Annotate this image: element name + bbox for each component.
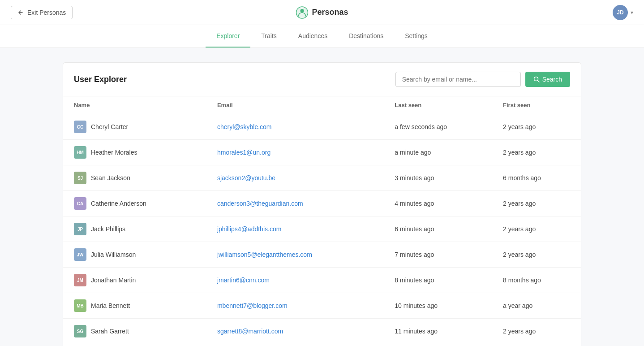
table-row[interactable]: MB Maria Bennett mbennett7@blogger.com 1… [63, 293, 581, 319]
tab-explorer[interactable]: Explorer [206, 25, 250, 48]
cell-first-seen: 2 years ago [496, 191, 581, 216]
table-row[interactable]: CB Carl Barnes cbarnes9@pagesperso-orang… [63, 344, 581, 346]
user-name: Jack Phillips [91, 225, 125, 233]
page-title: User Explorer [74, 75, 127, 84]
cell-last-seen: 13 minutes ago [387, 344, 496, 346]
tab-audiences[interactable]: Audiences [288, 25, 338, 48]
col-first-seen: First seen [496, 96, 581, 114]
cell-first-seen: 2 years ago [496, 114, 581, 140]
users-table: Name Email Last seen First seen CC Chery… [63, 96, 581, 346]
user-name: Maria Bennett [91, 302, 130, 309]
cell-email: canderson3@theguardian.com [210, 191, 387, 216]
personas-logo-icon [296, 6, 308, 19]
avatar: CC [74, 121, 86, 133]
user-menu[interactable]: JD ▾ [613, 5, 633, 20]
email-link[interactable]: hmorales1@un.org [217, 149, 270, 156]
exit-button[interactable]: Exit Personas [11, 6, 73, 19]
cell-name: CB Carl Barnes [63, 344, 210, 346]
table-body: CC Cheryl Carter cheryl@skyble.com a few… [63, 114, 581, 346]
cell-email: jphillips4@addthis.com [210, 216, 387, 242]
email-link[interactable]: jphillips4@addthis.com [217, 225, 281, 233]
cell-email: mbennett7@blogger.com [210, 293, 387, 319]
table-row[interactable]: SJ Sean Jackson sjackson2@youtu.be 3 min… [63, 165, 581, 191]
avatar: SG [74, 325, 86, 337]
table-row[interactable]: JM Jonathan Martin jmartin6@cnn.com 8 mi… [63, 268, 581, 293]
cell-first-seen: 2 years ago [496, 242, 581, 268]
tab-destinations[interactable]: Destinations [338, 25, 394, 48]
tab-traits[interactable]: Traits [250, 25, 287, 48]
user-explorer-card: User Explorer Search Name Email Last see… [63, 62, 581, 346]
col-last-seen: Last seen [387, 96, 496, 114]
top-nav: Exit Personas Personas JD ▾ [0, 0, 644, 25]
tab-navigation: Explorer Traits Audiences Destinations S… [0, 25, 644, 48]
table-row[interactable]: JP Jack Phillips jphillips4@addthis.com … [63, 216, 581, 242]
cell-first-seen: 8 months ago [496, 268, 581, 293]
table-row[interactable]: JW Julia Williamson jwilliamson5@elegant… [63, 242, 581, 268]
user-name: Sarah Garrett [91, 328, 129, 335]
cell-first-seen: 2 years ago [496, 140, 581, 165]
cell-email: jmartin6@cnn.com [210, 268, 387, 293]
svg-point-1 [300, 9, 304, 13]
email-link[interactable]: jwilliamson5@elegantthemes.com [217, 251, 312, 258]
email-link[interactable]: sjackson2@youtu.be [217, 174, 275, 182]
cell-name: JP Jack Phillips [63, 216, 210, 242]
col-email: Email [210, 96, 387, 114]
email-link[interactable]: cheryl@skyble.com [217, 123, 272, 130]
cell-last-seen: 4 minutes ago [387, 191, 496, 216]
cell-email: jwilliamson5@elegantthemes.com [210, 242, 387, 268]
cell-last-seen: 8 minutes ago [387, 268, 496, 293]
avatar: CA [74, 197, 86, 210]
email-link[interactable]: mbennett7@blogger.com [217, 302, 288, 309]
cell-last-seen: a few seconds ago [387, 114, 496, 140]
tab-settings[interactable]: Settings [394, 25, 438, 48]
cell-name: CA Catherine Anderson [63, 191, 210, 216]
cell-last-seen: a minute ago [387, 140, 496, 165]
chevron-down-icon: ▾ [631, 9, 633, 16]
cell-last-seen: 10 minutes ago [387, 293, 496, 319]
card-header: User Explorer Search [63, 63, 581, 96]
email-link[interactable]: sgarrett8@marriott.com [217, 328, 283, 335]
user-name: Jonathan Martin [91, 277, 136, 284]
avatar: JW [74, 248, 86, 261]
cell-email: hmorales1@un.org [210, 140, 387, 165]
avatar: HM [74, 146, 86, 159]
cell-email: cbarnes9@pagesperso-orange.fr [210, 344, 387, 346]
cell-first-seen: 4 months ago [496, 344, 581, 346]
cell-email: sjackson2@youtu.be [210, 165, 387, 191]
exit-label: Exit Personas [27, 9, 66, 16]
user-name: Cheryl Carter [91, 123, 128, 130]
table-row[interactable]: CA Catherine Anderson canderson3@theguar… [63, 191, 581, 216]
table-row[interactable]: CC Cheryl Carter cheryl@skyble.com a few… [63, 114, 581, 140]
cell-name: JM Jonathan Martin [63, 268, 210, 293]
cell-name: HM Heather Morales [63, 140, 210, 165]
table-row[interactable]: HM Heather Morales hmorales1@un.org a mi… [63, 140, 581, 165]
cell-email: sgarrett8@marriott.com [210, 319, 387, 344]
cell-last-seen: 6 minutes ago [387, 216, 496, 242]
user-name: Heather Morales [91, 149, 137, 156]
search-button[interactable]: Search [525, 72, 570, 87]
cell-name: SJ Sean Jackson [63, 165, 210, 191]
cell-first-seen: 6 months ago [496, 165, 581, 191]
cell-first-seen: 2 years ago [496, 216, 581, 242]
search-icon [533, 76, 540, 82]
arrow-left-icon [17, 9, 24, 16]
brand-center: Personas [296, 6, 348, 19]
avatar: SJ [74, 172, 86, 184]
search-area: Search [395, 72, 570, 87]
email-link[interactable]: jmartin6@cnn.com [217, 277, 270, 284]
cell-last-seen: 3 minutes ago [387, 165, 496, 191]
user-name: Julia Williamson [91, 251, 136, 258]
cell-first-seen: a year ago [496, 293, 581, 319]
cell-last-seen: 7 minutes ago [387, 242, 496, 268]
cell-email: cheryl@skyble.com [210, 114, 387, 140]
cell-first-seen: 2 years ago [496, 319, 581, 344]
table-row[interactable]: SG Sarah Garrett sgarrett8@marriott.com … [63, 319, 581, 344]
cell-name: SG Sarah Garrett [63, 319, 210, 344]
avatar: MB [74, 299, 86, 312]
user-name: Sean Jackson [91, 174, 130, 182]
user-avatar[interactable]: JD [613, 5, 628, 20]
email-link[interactable]: canderson3@theguardian.com [217, 200, 303, 207]
main-content: User Explorer Search Name Email Last see… [0, 48, 644, 346]
search-button-label: Search [542, 76, 562, 83]
search-input[interactable] [395, 72, 521, 87]
